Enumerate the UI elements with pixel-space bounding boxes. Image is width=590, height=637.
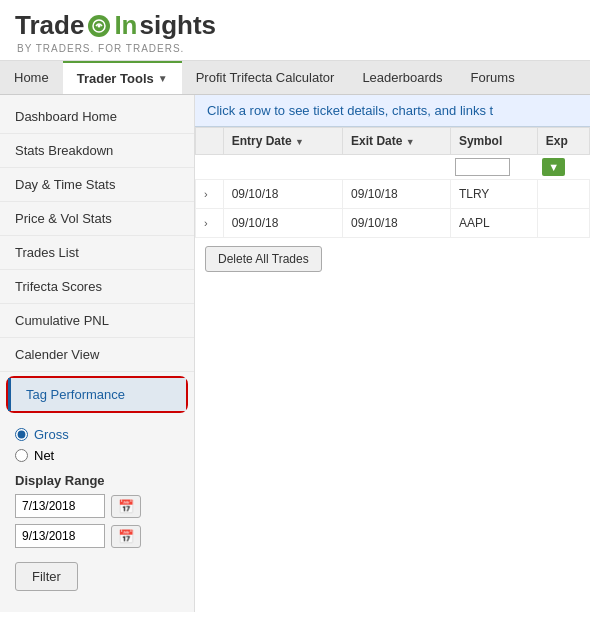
header: Trade In sights By Traders. For Traders. (0, 0, 590, 61)
table-row[interactable]: › 09/10/18 09/10/18 AAPL (196, 209, 590, 238)
svg-point-1 (98, 24, 101, 27)
table-row[interactable]: › 09/10/18 09/10/18 TLRY (196, 180, 590, 209)
sidebar-item-calender-view[interactable]: Calender View (0, 338, 194, 372)
table-header-row: Entry Date ▼ Exit Date ▼ Symbol Exp (196, 128, 590, 155)
bottom-panel: Gross Net Display Range 📅 📅 Filter (0, 417, 194, 601)
apply-filter-button[interactable]: ▼ (542, 158, 565, 176)
info-bar: Click a row to see ticket details, chart… (195, 95, 590, 127)
entry-date-sort-icon: ▼ (295, 137, 304, 147)
col-expand (196, 128, 224, 155)
trades-table: Entry Date ▼ Exit Date ▼ Symbol Exp (195, 127, 590, 238)
symbol-filter-input[interactable] (455, 158, 510, 176)
radio-gross[interactable]: Gross (15, 427, 179, 442)
sidebar-item-trades-list[interactable]: Trades List (0, 236, 194, 270)
logo-sights: sights (139, 10, 216, 41)
logo-text: Trade In sights (15, 10, 216, 41)
radio-gross-label: Gross (34, 427, 69, 442)
delete-all-trades-button[interactable]: Delete All Trades (205, 246, 322, 272)
sidebar-item-day-time-stats[interactable]: Day & Time Stats (0, 168, 194, 202)
end-date-row: 📅 (15, 524, 179, 548)
exp-cell-1 (537, 180, 589, 209)
start-date-calendar-button[interactable]: 📅 (111, 495, 141, 518)
exit-date-sort-icon: ▼ (406, 137, 415, 147)
logo-tagline: By Traders. For Traders. (15, 43, 216, 54)
logo: Trade In sights By Traders. For Traders. (15, 10, 216, 54)
expand-cell-1[interactable]: › (196, 180, 224, 209)
sidebar-item-price-vol-stats[interactable]: Price & Vol Stats (0, 202, 194, 236)
filter-action-cell: ▼ (537, 155, 589, 180)
nav-trader-tools[interactable]: Trader Tools ▼ (63, 61, 182, 94)
filter-row: ▼ (196, 155, 590, 180)
main-content: Click a row to see ticket details, chart… (195, 95, 590, 612)
end-date-input[interactable] (15, 524, 105, 548)
radio-gross-input[interactable] (15, 428, 28, 441)
funnel-icon: ▼ (548, 161, 559, 173)
filter-entry-date-cell (223, 155, 342, 180)
radio-net-label: Net (34, 448, 54, 463)
sidebar-item-trifecta-scores[interactable]: Trifecta Scores (0, 270, 194, 304)
symbol-cell-2: AAPL (450, 209, 537, 238)
entry-date-cell-2: 09/10/18 (223, 209, 342, 238)
filter-button[interactable]: Filter (15, 562, 78, 591)
expand-arrow-icon-2[interactable]: › (204, 217, 208, 229)
expand-arrow-icon-1[interactable]: › (204, 188, 208, 200)
end-date-calendar-button[interactable]: 📅 (111, 525, 141, 548)
entry-date-cell-1: 09/10/18 (223, 180, 342, 209)
sidebar: Dashboard Home Stats Breakdown Day & Tim… (0, 95, 195, 612)
dropdown-arrow-icon: ▼ (158, 73, 168, 84)
logo-in: In (114, 10, 137, 41)
exit-date-cell-1: 09/10/18 (343, 180, 451, 209)
col-symbol[interactable]: Symbol (450, 128, 537, 155)
display-range-label: Display Range (15, 473, 179, 488)
main-nav: Home Trader Tools ▼ Profit Trifecta Calc… (0, 61, 590, 95)
start-date-row: 📅 (15, 494, 179, 518)
sidebar-item-stats-breakdown[interactable]: Stats Breakdown (0, 134, 194, 168)
nav-trader-tools-label: Trader Tools (77, 71, 154, 86)
sidebar-item-tag-performance[interactable]: Tag Performance (8, 378, 186, 411)
nav-profit-trifecta[interactable]: Profit Trifecta Calculator (182, 61, 349, 94)
filter-expand-cell (196, 155, 224, 180)
filter-symbol-cell (450, 155, 537, 180)
expand-cell-2[interactable]: › (196, 209, 224, 238)
radio-group: Gross Net (15, 427, 179, 463)
exit-date-cell-2: 09/10/18 (343, 209, 451, 238)
col-exp[interactable]: Exp (537, 128, 589, 155)
exp-cell-2 (537, 209, 589, 238)
layout: Dashboard Home Stats Breakdown Day & Tim… (0, 95, 590, 612)
radio-net-input[interactable] (15, 449, 28, 462)
logo-icon (88, 15, 110, 37)
nav-home[interactable]: Home (0, 61, 63, 94)
table-container: Entry Date ▼ Exit Date ▼ Symbol Exp (195, 127, 590, 238)
nav-leaderboards[interactable]: Leaderboards (348, 61, 456, 94)
sidebar-item-cumulative-pnl[interactable]: Cumulative PNL (0, 304, 194, 338)
col-exit-date[interactable]: Exit Date ▼ (343, 128, 451, 155)
col-entry-date[interactable]: Entry Date ▼ (223, 128, 342, 155)
sidebar-item-dashboard-home[interactable]: Dashboard Home (0, 100, 194, 134)
filter-exit-date-cell (343, 155, 451, 180)
radio-net[interactable]: Net (15, 448, 179, 463)
nav-forums[interactable]: Forums (457, 61, 529, 94)
logo-trade: Trade (15, 10, 84, 41)
symbol-cell-1: TLRY (450, 180, 537, 209)
start-date-input[interactable] (15, 494, 105, 518)
